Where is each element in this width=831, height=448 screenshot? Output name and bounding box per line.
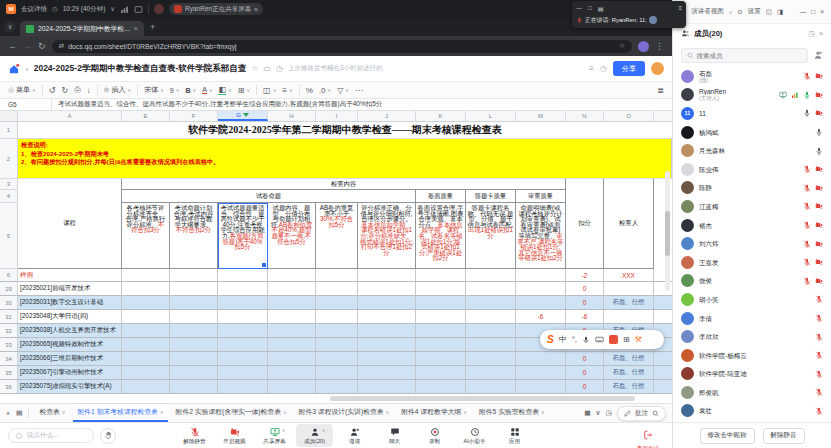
ime-wrench-icon[interactable]: ⚒ <box>635 335 642 344</box>
cam-off-icon[interactable] <box>815 258 823 266</box>
empty-cell[interactable] <box>466 282 516 295</box>
course-cell[interactable]: [20235021]前端开发技术 <box>18 282 122 295</box>
course-cell[interactable]: [20235065]视频特效制作技术 <box>18 338 122 351</box>
column-header-G[interactable]: G <box>218 111 268 121</box>
column-header-H[interactable]: H <box>268 111 316 121</box>
ime-punctuation-mode[interactable]: °, <box>572 335 577 344</box>
empty-cell[interactable] <box>268 366 316 379</box>
close-panel-icon[interactable]: × <box>819 30 823 37</box>
sheet-stats-icon[interactable]: ▦ <box>584 409 590 417</box>
empty-cell[interactable] <box>358 380 416 393</box>
mic-off-icon[interactable] <box>803 221 811 229</box>
empty-cell[interactable] <box>218 324 268 337</box>
add-member-icon[interactable] <box>813 46 823 64</box>
empty-cell[interactable] <box>170 310 218 323</box>
leave-icon[interactable] <box>643 430 653 440</box>
minimize-button[interactable]: — <box>800 8 807 15</box>
ime-logo[interactable]: S <box>547 334 554 345</box>
empty-cell[interactable] <box>218 282 268 295</box>
empty-cell[interactable] <box>268 269 316 281</box>
ime-grid-icon[interactable]: ⊞ <box>623 335 630 344</box>
member-row[interactable]: 石磊(我) <box>673 67 831 86</box>
menu-icon[interactable]: ≡ <box>678 5 682 11</box>
deduction-cell[interactable]: 0 <box>566 366 604 379</box>
empty-cell[interactable] <box>268 352 316 365</box>
cam-off-icon[interactable] <box>815 202 823 210</box>
sheet-tab-5[interactable]: 附件5 实验室检查表∨ <box>475 404 549 422</box>
empty-cell[interactable] <box>358 366 416 379</box>
sheet-title-cell[interactable]: 软件学院2024-2025学年第二学期期中教学检查——期末考核课程检查表 <box>18 122 672 138</box>
empty-cell[interactable] <box>218 338 268 351</box>
reload-button[interactable]: ↻ <box>38 41 46 51</box>
member-row[interactable]: 软件学院-杨梅云 <box>673 346 831 365</box>
browser-profile-avatar[interactable] <box>638 41 649 52</box>
mic-off-icon[interactable] <box>803 240 811 248</box>
ime-language-mode[interactable]: 中 <box>559 334 567 345</box>
sheet-list-icon[interactable]: ▤ <box>16 409 22 417</box>
horizontal-scrollbar[interactable] <box>330 396 635 401</box>
row-header[interactable]: 5 <box>0 203 17 269</box>
empty-cell[interactable] <box>416 366 466 379</box>
member-row[interactable]: 饶俊 <box>673 272 831 291</box>
empty-cell[interactable] <box>516 296 566 309</box>
search-icon[interactable] <box>652 410 659 417</box>
empty-cell[interactable] <box>170 269 218 281</box>
bold-button[interactable]: B∨ <box>185 87 196 94</box>
meeting-button-mic-off[interactable]: 解除静音 <box>176 424 213 447</box>
browser-menu-icon[interactable]: ⋮ <box>655 41 664 51</box>
deduction-cell[interactable]: 0 <box>566 282 604 295</box>
empty-cell[interactable] <box>316 296 358 309</box>
empty-cell[interactable] <box>122 352 170 365</box>
empty-cell[interactable] <box>316 310 358 323</box>
empty-cell[interactable] <box>170 380 218 393</box>
folder-icon[interactable]: ▭ <box>263 64 271 73</box>
sheet-tab-0[interactable]: 检查表∨ <box>35 404 69 422</box>
font-size-select[interactable]: 9∨ <box>170 87 180 94</box>
clap-reaction-button[interactable] <box>100 428 116 444</box>
course-header-cell[interactable]: 课程 <box>18 179 122 269</box>
meeting-button-ai[interactable]: AI小助手 <box>456 424 493 447</box>
criteria-cell-M[interactable]: 命题明细表(或课程考核评分计划审查表)、试卷审查表(或面试试卷审批单)等填写完整… <box>516 203 566 269</box>
leave-meeting-button[interactable]: 离开会议 <box>628 426 668 448</box>
empty-cell[interactable] <box>416 310 466 323</box>
column-header-L[interactable]: L <box>466 111 516 121</box>
chevron-down-icon[interactable]: ∨ <box>110 5 115 13</box>
fullscreen-icon[interactable]: ◳ <box>606 409 612 417</box>
comments-icon[interactable]: ≡ <box>589 64 594 73</box>
empty-cell[interactable] <box>416 282 466 295</box>
formula-value[interactable]: 考试试题题量适当、综合性、提高性试题不少于40分,注重考察学生综合应用能力,客观… <box>52 100 672 109</box>
sheet-tab-3[interactable]: 附件3 课程设计(实训)检查表∨ <box>295 404 394 422</box>
mic-off-icon[interactable] <box>803 258 811 266</box>
empty-cell[interactable] <box>268 324 316 337</box>
course-cell[interactable]: [20235031]数字交互设计基础 <box>18 296 122 309</box>
empty-cell[interactable] <box>466 269 516 281</box>
empty-cell[interactable] <box>358 282 416 295</box>
mic-on-icon[interactable] <box>815 128 823 136</box>
chat-icon[interactable] <box>390 427 400 437</box>
empty-cell[interactable] <box>268 380 316 393</box>
empty-cell[interactable] <box>268 310 316 323</box>
empty-cell[interactable] <box>122 269 170 281</box>
column-header-E[interactable]: E <box>122 111 170 121</box>
cam-off-icon[interactable] <box>815 240 823 248</box>
insert-button[interactable]: ⊕插入∨ <box>104 85 132 95</box>
maximize-button[interactable]: □ <box>811 8 815 15</box>
mic-off-icon[interactable] <box>815 295 823 303</box>
empty-cell[interactable] <box>358 310 416 323</box>
more-tools-button[interactable]: ⋯ <box>355 86 363 95</box>
row-header[interactable]: 4 <box>0 190 17 203</box>
proposition-header-cell[interactable]: 试卷命题 <box>122 190 416 203</box>
members-icon[interactable] <box>310 427 320 437</box>
empty-cell[interactable] <box>466 366 516 379</box>
cam-off-icon[interactable] <box>815 109 823 117</box>
column-header-J[interactable]: J <box>358 111 416 121</box>
sheet-tab-2[interactable]: 附件2 实验课程(含理实一体)检查表∨ <box>172 404 291 422</box>
empty-cell[interactable] <box>416 296 466 309</box>
member-row[interactable]: 李倩 <box>673 309 831 328</box>
empty-cell[interactable] <box>170 338 218 351</box>
empty-cell[interactable] <box>316 352 358 365</box>
course-cell[interactable]: [20235038]人机交互界面开发技术 <box>18 324 122 337</box>
vertical-scrollbar[interactable] <box>665 171 670 291</box>
unmute-button[interactable]: 解除静音 <box>763 428 805 444</box>
empty-cell[interactable] <box>316 282 358 295</box>
